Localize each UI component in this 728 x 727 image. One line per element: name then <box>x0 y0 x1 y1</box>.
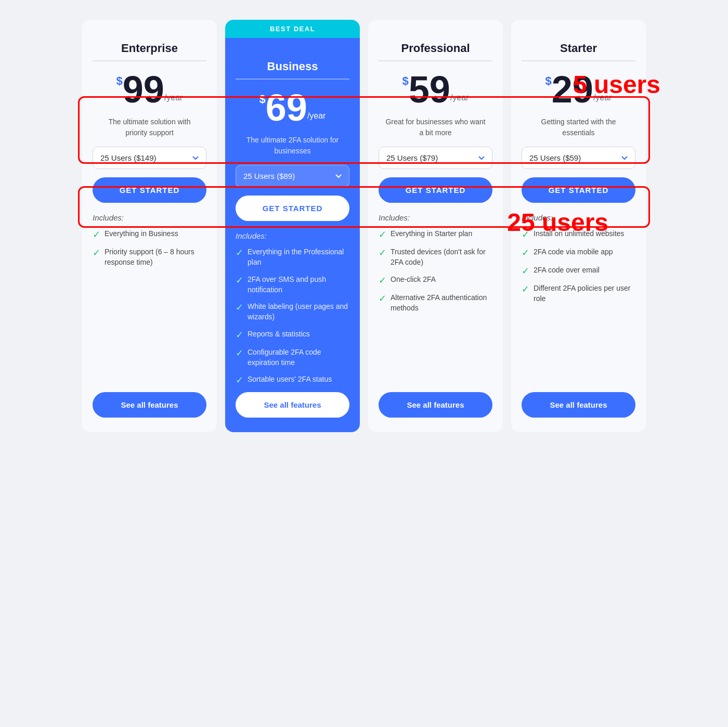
starter-feature-4: Different 2FA policies per user role <box>534 283 635 304</box>
enterprise-includes-label: Includes: <box>93 213 206 222</box>
best-deal-banner: BEST DEAL <box>225 20 360 38</box>
check-icon: ✓ <box>522 265 529 277</box>
starter-feature-3: 2FA code over email <box>534 265 600 275</box>
check-icon: ✓ <box>379 275 386 286</box>
business-features: Includes: ✓ Everything in the Profession… <box>236 231 349 392</box>
enterprise-amount: 99 <box>123 69 164 110</box>
list-item: ✓ One-click 2FA <box>379 274 492 286</box>
list-item: ✓ Everything in Starter plan <box>379 228 492 240</box>
list-item: ✓ Everything in the Professional plan <box>236 246 349 268</box>
check-icon: ✓ <box>93 247 100 258</box>
professional-card: Professional $59/year Great for business… <box>368 20 503 432</box>
business-includes-label: Includes: <box>236 231 349 240</box>
business-feature-3: White labeling (user pages and wizards) <box>248 301 349 322</box>
professional-feature-4: Alternative 2FA authentication methods <box>391 292 492 314</box>
list-item: ✓ Alternative 2FA authentication methods <box>379 292 492 314</box>
enterprise-desc: The ultimate solution with priority supp… <box>93 112 206 147</box>
check-icon: ✓ <box>379 247 386 258</box>
list-item: ✓ White labeling (user pages and wizards… <box>236 301 349 322</box>
business-price-block: $69/year <box>236 80 349 131</box>
list-item: ✓ 2FA code via mobile app <box>522 246 635 258</box>
starter-see-all[interactable]: See all features <box>522 392 635 418</box>
professional-user-select[interactable]: 25 Users ($79) <box>379 147 492 169</box>
enterprise-user-select[interactable]: 25 Users ($149) <box>93 147 206 169</box>
business-user-select[interactable]: 25 Users ($89) <box>236 165 349 187</box>
check-icon: ✓ <box>236 247 243 258</box>
check-icon: ✓ <box>522 283 529 295</box>
enterprise-plan-name: Enterprise <box>93 32 206 61</box>
check-icon: ✓ <box>236 347 243 359</box>
list-item: ✓ Different 2FA policies per user role <box>522 283 635 304</box>
professional-plan-name: Professional <box>379 32 492 61</box>
business-feature-6: Sortable users' 2FA status <box>248 374 332 384</box>
business-feature-2: 2FA over SMS and push notification <box>248 274 349 295</box>
check-icon: ✓ <box>236 302 243 313</box>
list-item: ✓ 2FA code over email <box>522 265 635 277</box>
professional-get-started[interactable]: GET STARTED <box>379 177 492 203</box>
list-item: ✓ Reports & statistics <box>236 329 349 341</box>
professional-dollar: $ <box>402 74 409 87</box>
starter-get-started[interactable]: GET STARTED <box>522 177 635 203</box>
enterprise-period: /year <box>164 93 183 102</box>
list-item: ✓ Configurable 2FA code expiration time <box>236 347 349 368</box>
professional-features: Includes: ✓ Everything in Starter plan ✓… <box>379 213 492 319</box>
professional-period: /year <box>450 93 469 102</box>
starter-desc: Getting started with the essentials <box>522 112 635 147</box>
starter-plan-name: Starter <box>522 32 635 61</box>
label-25users: 25 users <box>507 208 608 237</box>
check-icon: ✓ <box>236 275 243 286</box>
business-dollar: $ <box>259 93 266 106</box>
professional-see-all[interactable]: See all features <box>379 392 492 418</box>
business-feature-1: Everything in the Professional plan <box>248 246 349 268</box>
starter-feature-2: 2FA code via mobile app <box>534 246 613 257</box>
enterprise-feature-2: Priority support (6 – 8 hours response t… <box>105 246 206 268</box>
starter-user-select[interactable]: 25 Users ($59) <box>522 147 635 169</box>
list-item: ✓ Sortable users' 2FA status <box>236 374 349 386</box>
check-icon: ✓ <box>379 293 386 304</box>
business-plan-name: Business <box>236 50 349 80</box>
list-item: ✓ Priority support (6 – 8 hours response… <box>93 246 206 268</box>
business-card: Business $69/year The ultimate 2FA solut… <box>225 38 360 432</box>
professional-feature-3: One-click 2FA <box>391 274 436 284</box>
list-item: ✓ Trusted devices (don't ask for 2FA cod… <box>379 246 492 268</box>
check-icon: ✓ <box>379 229 386 240</box>
business-see-all[interactable]: See all features <box>236 392 349 418</box>
professional-desc: Great for businesses who want a bit more <box>379 112 492 147</box>
professional-includes-label: Includes: <box>379 213 492 222</box>
professional-feature-2: Trusted devices (don't ask for 2FA code) <box>391 246 492 268</box>
professional-feature-1: Everything in Starter plan <box>391 228 472 239</box>
label-5users: 5 users <box>573 70 660 99</box>
business-get-started[interactable]: GET STARTED <box>236 196 349 221</box>
check-icon: ✓ <box>522 247 529 258</box>
list-item: ✓ Everything in Business <box>93 228 206 240</box>
check-icon: ✓ <box>236 329 243 341</box>
professional-price-block: $59/year <box>379 61 492 112</box>
check-icon: ✓ <box>236 374 243 386</box>
enterprise-features: Includes: ✓ Everything in Business ✓ Pri… <box>93 213 206 303</box>
enterprise-card: Enterprise $99/year The ultimate solutio… <box>82 20 217 432</box>
list-item: ✓ 2FA over SMS and push notification <box>236 274 349 295</box>
business-feature-5: Configurable 2FA code expiration time <box>248 347 349 368</box>
starter-dollar: $ <box>545 74 552 87</box>
enterprise-get-started[interactable]: GET STARTED <box>93 177 206 203</box>
business-amount: 69 <box>266 87 307 128</box>
enterprise-dollar: $ <box>116 74 123 87</box>
business-period: /year <box>307 111 326 120</box>
enterprise-feature-1: Everything in Business <box>105 228 178 239</box>
enterprise-price-block: $99/year <box>93 61 206 112</box>
business-feature-4: Reports & statistics <box>248 329 310 339</box>
business-desc: The ultimate 2FA solution for businesses <box>236 131 349 165</box>
business-wrapper: BEST DEAL Business $69/year The ultimate… <box>221 16 364 436</box>
enterprise-see-all[interactable]: See all features <box>93 392 206 418</box>
professional-amount: 59 <box>409 69 450 110</box>
check-icon: ✓ <box>93 229 100 240</box>
